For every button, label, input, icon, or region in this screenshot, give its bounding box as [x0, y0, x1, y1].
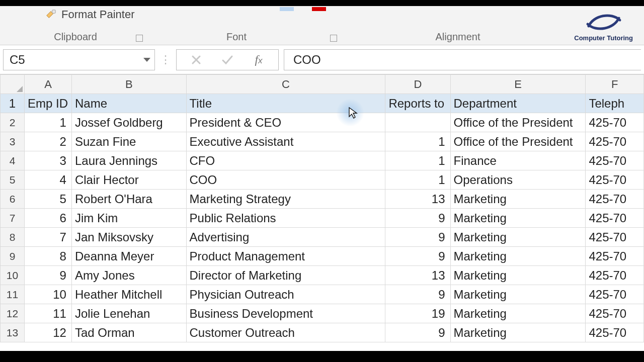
cell[interactable]: 9: [385, 247, 450, 266]
cell[interactable]: Robert O'Hara: [71, 190, 186, 209]
cell[interactable]: 425-70: [586, 266, 644, 285]
cell[interactable]: Jan Miksovsky: [71, 228, 186, 247]
cell[interactable]: Marketing: [450, 228, 586, 247]
col-header-c[interactable]: C: [186, 75, 385, 94]
font-dialog-launcher-icon[interactable]: [330, 35, 337, 42]
cell[interactable]: Clair Hector: [71, 170, 186, 190]
row-header[interactable]: 4: [1, 151, 25, 170]
cell[interactable]: Executive Assistant: [186, 132, 385, 151]
cell[interactable]: 6: [25, 209, 72, 228]
cell[interactable]: Marketing: [450, 285, 586, 304]
chevron-down-icon[interactable]: [143, 58, 150, 62]
cell[interactable]: 425-70: [586, 247, 644, 266]
cell[interactable]: Suzan Fine: [71, 132, 186, 151]
row-header[interactable]: 7: [1, 209, 25, 228]
cell[interactable]: Marketing Strategy: [186, 190, 385, 209]
cell[interactable]: Marketing: [450, 266, 586, 285]
spreadsheet-grid[interactable]: A B C D E F 1Emp IDNameTitleReports toDe…: [0, 74, 644, 342]
cell[interactable]: Department: [450, 94, 586, 113]
cell[interactable]: Amy Jones: [71, 266, 186, 285]
cell[interactable]: 5: [25, 190, 72, 209]
row-header[interactable]: 11: [1, 285, 25, 304]
cell[interactable]: 9: [385, 323, 450, 342]
row-header[interactable]: 5: [1, 170, 25, 190]
cell[interactable]: 4: [25, 170, 72, 190]
formula-input[interactable]: COO: [284, 49, 641, 70]
cell[interactable]: 9: [385, 285, 450, 304]
fill-color-swatch[interactable]: [280, 7, 294, 11]
cell[interactable]: 425-70: [586, 190, 644, 209]
cell[interactable]: 11: [25, 304, 72, 323]
row-header[interactable]: 8: [1, 228, 25, 247]
cell[interactable]: 1: [385, 132, 450, 151]
cell[interactable]: 425-70: [586, 228, 644, 247]
cell[interactable]: Physician Outreach: [186, 285, 385, 304]
cell[interactable]: 1: [385, 170, 450, 190]
col-header-d[interactable]: D: [385, 75, 450, 94]
cell[interactable]: COO: [186, 170, 385, 190]
cell[interactable]: 2: [25, 132, 72, 151]
cell[interactable]: 3: [25, 151, 72, 170]
cell[interactable]: Name: [71, 94, 186, 113]
cell[interactable]: Emp ID: [25, 94, 72, 113]
cell[interactable]: 9: [385, 209, 450, 228]
format-painter-button[interactable]: Format Painter: [44, 8, 135, 21]
select-all-corner[interactable]: [1, 75, 25, 94]
cell[interactable]: 13: [385, 190, 450, 209]
row-header[interactable]: 2: [1, 113, 25, 132]
cell[interactable]: Marketing: [450, 323, 586, 342]
row-header[interactable]: 3: [1, 132, 25, 151]
cell[interactable]: Director of Marketing: [186, 266, 385, 285]
cell[interactable]: CFO: [186, 151, 385, 170]
row-header[interactable]: 1: [1, 94, 25, 113]
cell[interactable]: Marketing: [450, 190, 586, 209]
name-box[interactable]: C5: [3, 49, 155, 70]
cancel-button[interactable]: [187, 51, 205, 69]
cell[interactable]: 425-70: [586, 304, 644, 323]
cell[interactable]: Jossef Goldberg: [71, 113, 186, 132]
cell[interactable]: 425-70: [586, 113, 644, 132]
font-color-swatch[interactable]: [312, 7, 326, 11]
cell[interactable]: Public Relations: [186, 209, 385, 228]
cell[interactable]: Office of the President: [450, 113, 586, 132]
cell[interactable]: Heather Mitchell: [71, 285, 186, 304]
cell[interactable]: 425-70: [586, 151, 644, 170]
col-header-e[interactable]: E: [450, 75, 586, 94]
cell[interactable]: Teleph: [586, 94, 644, 113]
cell[interactable]: 425-70: [586, 170, 644, 190]
cell[interactable]: 1: [385, 151, 450, 170]
cell[interactable]: 425-70: [586, 323, 644, 342]
row-header[interactable]: 6: [1, 190, 25, 209]
cell[interactable]: 7: [25, 228, 72, 247]
enter-button[interactable]: [218, 51, 236, 69]
cell[interactable]: 9: [25, 266, 72, 285]
cell[interactable]: 425-70: [586, 285, 644, 304]
cell[interactable]: Operations: [450, 170, 586, 190]
cell[interactable]: Jim Kim: [71, 209, 186, 228]
cell[interactable]: Deanna Meyer: [71, 247, 186, 266]
cell[interactable]: Tad Orman: [71, 323, 186, 342]
cell[interactable]: Office of the President: [450, 132, 586, 151]
cell[interactable]: 8: [25, 247, 72, 266]
col-header-a[interactable]: A: [25, 75, 72, 94]
cell[interactable]: Laura Jennings: [71, 151, 186, 170]
clipboard-dialog-launcher-icon[interactable]: [136, 35, 143, 42]
cell[interactable]: 1: [25, 113, 72, 132]
col-header-b[interactable]: B: [71, 75, 186, 94]
row-header[interactable]: 9: [1, 247, 25, 266]
cell[interactable]: Reports to: [385, 94, 450, 113]
cell[interactable]: Finance: [450, 151, 586, 170]
cell[interactable]: 13: [385, 266, 450, 285]
cell[interactable]: 12: [25, 323, 72, 342]
col-header-f[interactable]: F: [586, 75, 644, 94]
cell[interactable]: [385, 113, 450, 132]
cell[interactable]: Marketing: [450, 304, 586, 323]
cell[interactable]: Advertising: [186, 228, 385, 247]
cell[interactable]: Marketing: [450, 209, 586, 228]
cell[interactable]: Title: [186, 94, 385, 113]
cell[interactable]: 19: [385, 304, 450, 323]
cell[interactable]: Business Development: [186, 304, 385, 323]
insert-function-button[interactable]: fx: [250, 51, 268, 69]
cell[interactable]: Marketing: [450, 247, 586, 266]
row-header[interactable]: 10: [1, 266, 25, 285]
